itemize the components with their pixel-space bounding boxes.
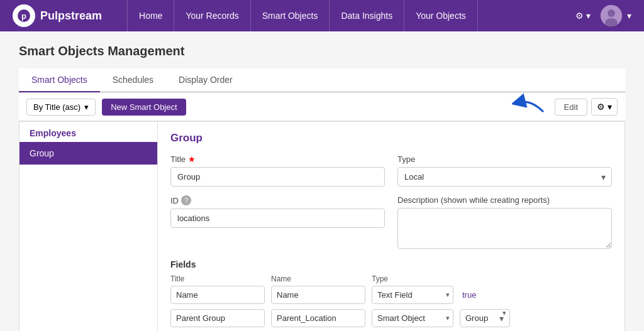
sidebar-item-group[interactable]: Group <box>19 142 157 165</box>
type-select[interactable]: Local <box>397 167 612 187</box>
required-star: ★ <box>188 155 196 164</box>
fields-col-name: Name <box>271 274 365 283</box>
field-type-select-parent[interactable]: Smart Object <box>372 309 453 327</box>
field-type-wrapper-name: Text Field ▾ <box>372 286 453 304</box>
field-row-parent-group: Smart Object ▾ Group ▾ <box>170 309 612 327</box>
description-label: Description (shown while creating report… <box>397 195 612 205</box>
type-select-wrapper: Local <box>397 167 612 187</box>
description-field-group: Description (shown while creating report… <box>397 195 612 251</box>
svg-point-3 <box>608 9 615 17</box>
gear-caret: ▾ <box>586 11 591 21</box>
id-label: ID ? <box>170 195 385 205</box>
nav-home[interactable]: Home <box>127 0 174 31</box>
settings-dropdown[interactable]: ⚙ ▾ <box>570 8 596 23</box>
gear-icon: ⚙ <box>575 11 584 21</box>
tabs-bar: Smart Objects Schedules Display Order <box>19 68 625 92</box>
edit-arrow-indicator <box>512 90 550 115</box>
fields-section: Fields Title Name Type Text Field ▾ <box>170 259 612 331</box>
svg-text:p: p <box>21 11 26 21</box>
nav-your-objects[interactable]: Your Objects <box>404 0 478 31</box>
logo-icon: p <box>13 4 35 27</box>
title-label: Title ★ <box>170 155 385 164</box>
app-name: Pulpstream <box>40 9 102 23</box>
app-logo[interactable]: p Pulpstream <box>13 4 102 27</box>
field-title-name[interactable] <box>170 286 265 304</box>
tab-schedules[interactable]: Schedules <box>100 68 166 92</box>
field-type-select-name[interactable]: Text Field <box>372 286 453 304</box>
field-name-name[interactable] <box>271 286 365 304</box>
panel-title: Group <box>170 132 612 144</box>
form-row-id-desc: ID ? Description (shown while creating r… <box>170 195 612 251</box>
new-smart-object-button[interactable]: New Smart Object <box>102 99 186 116</box>
main-layout: Employees Group Group Title ★ Type <box>19 121 625 331</box>
avatar-image <box>601 5 622 26</box>
field-name-parent-location[interactable] <box>271 309 365 327</box>
top-navigation: p Pulpstream Home Your Records Smart Obj… <box>0 0 644 31</box>
field-row-name: Text Field ▾ true <box>170 286 612 304</box>
nav-links: Home Your Records Smart Objects Data Ins… <box>127 0 570 31</box>
edit-button[interactable]: Edit <box>555 99 587 116</box>
nav-right-controls: ⚙ ▾ ▾ <box>570 5 631 26</box>
user-avatar[interactable] <box>601 5 622 26</box>
page-title: Smart Objects Management <box>19 44 625 58</box>
toolbar: By Title (asc) ▾ New Smart Object Edit ⚙… <box>19 92 625 121</box>
sort-caret: ▾ <box>84 102 89 112</box>
sidebar: Employees Group <box>19 122 158 331</box>
description-textarea[interactable] <box>397 208 612 249</box>
type-label: Type <box>397 155 612 164</box>
nav-smart-objects[interactable]: Smart Objects <box>251 0 330 31</box>
fields-col-type: Type <box>372 274 612 283</box>
toolbar-right: Edit ⚙ ▾ <box>555 98 618 116</box>
id-input[interactable] <box>170 209 385 228</box>
type-field-group: Type Local <box>397 155 612 187</box>
fields-header: Title Name Type <box>170 274 612 286</box>
sidebar-item-employees[interactable]: Employees <box>19 122 157 142</box>
fields-section-title: Fields <box>170 259 612 269</box>
panel-gear-icon: ⚙ <box>597 102 605 112</box>
fields-col-title: Title <box>170 274 265 283</box>
parent-sub-select-wrapper: Group ▾ <box>460 309 510 327</box>
nav-data-insights[interactable]: Data Insights <box>330 0 404 31</box>
field-advanced-link-name[interactable]: true <box>462 290 476 300</box>
form-row-title-type: Title ★ Type Local <box>170 155 612 187</box>
page-content: Smart Objects Management Smart Objects S… <box>0 31 644 331</box>
tab-display-order[interactable]: Display Order <box>166 68 245 92</box>
sort-label: By Title (asc) <box>33 102 80 112</box>
tab-smart-objects[interactable]: Smart Objects <box>19 68 100 92</box>
field-title-parent-group[interactable] <box>170 309 265 327</box>
right-panel: Group Title ★ Type Local <box>158 122 625 331</box>
panel-gear-button[interactable]: ⚙ ▾ <box>591 98 618 116</box>
title-input[interactable] <box>170 167 385 187</box>
panel-gear-caret: ▾ <box>608 102 612 112</box>
title-field-group: Title ★ <box>170 155 385 187</box>
nav-your-records[interactable]: Your Records <box>174 0 250 31</box>
avatar-caret: ▾ <box>627 11 631 21</box>
field-type-wrapper-parent: Smart Object ▾ <box>372 309 453 327</box>
id-help-icon[interactable]: ? <box>181 195 191 205</box>
parent-sub-select[interactable]: Group <box>460 309 510 327</box>
id-field-group: ID ? <box>170 195 385 251</box>
sort-dropdown[interactable]: By Title (asc) ▾ <box>26 99 96 116</box>
